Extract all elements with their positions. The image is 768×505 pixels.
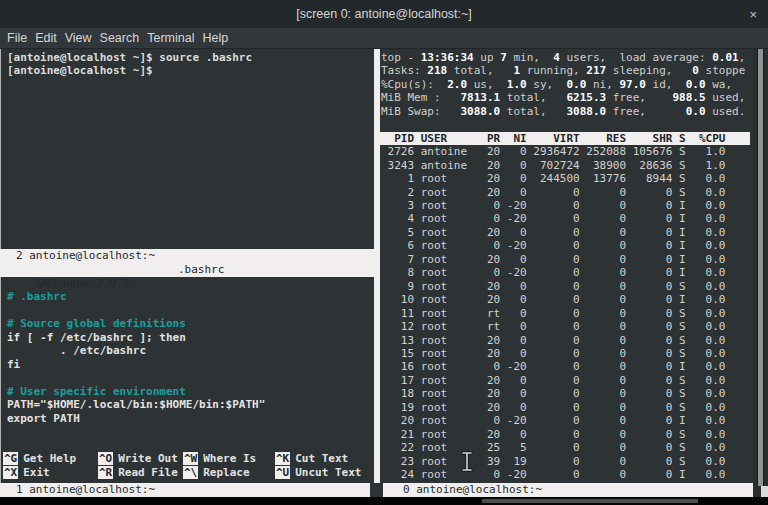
process-row: 4 root 0 -20 0 0 0 I 0.0: [381, 212, 725, 225]
process-row: 2726 antoine 20 0 2936472 252088 105676 …: [381, 145, 725, 158]
editor-line: # Source global definitions: [7, 317, 265, 330]
process-row: 23 root 39 19 0 0 0 S 0.0: [381, 455, 725, 468]
process-row: 8 root 0 -20 0 0 0 I 0.0: [381, 266, 725, 279]
process-row: 16 root 0 -20 0 0 0 I 0.0: [381, 360, 725, 373]
editor-line: [7, 277, 265, 290]
editor-line: export PATH: [7, 412, 265, 425]
nano-shortcut[interactable]: ^XExit: [3, 466, 98, 479]
nano-filename: .bashrc: [178, 263, 224, 277]
screen-caption-window0: 0 antoine@localhost:~: [383, 483, 756, 497]
process-row: 9 root 20 0 0 0 0 S 0.0: [381, 280, 725, 293]
menu-terminal[interactable]: Terminal: [143, 31, 198, 45]
nano-editor-buffer[interactable]: # .bashrc # Source global definitionsif …: [0, 277, 265, 425]
process-row: 5 root 20 0 0 0 0 I 0.0: [381, 226, 725, 239]
shell-line: [antoine@localhost ~]$ source .bashrc: [7, 51, 252, 64]
screen-caption-window2: 2 antoine@localhost:~: [0, 249, 374, 263]
editor-line: # User specific environment: [7, 385, 265, 398]
process-row: 3 root 0 -20 0 0 0 I 0.0: [381, 199, 725, 212]
scrollbar-thumb[interactable]: [757, 49, 764, 486]
process-row: 2 root 20 0 0 0 0 S 0.0: [381, 186, 725, 199]
nano-shortcut[interactable]: ^UUncut Text: [275, 466, 361, 479]
bottom-strip: [0, 497, 768, 505]
process-row: 19 root 20 0 0 0 0 S 0.0: [381, 401, 725, 414]
scrollbar-track[interactable]: [753, 49, 768, 497]
nano-shortcut[interactable]: ^GGet Help: [3, 452, 98, 465]
bash-output: [antoine@localhost ~]$ source .bashrc[an…: [0, 51, 252, 78]
editor-line: fi: [7, 358, 265, 371]
process-row: 1 root 20 0 244500 13776 8944 S 0.0: [381, 172, 725, 185]
nano-shortcut[interactable]: ^RRead File: [98, 466, 183, 479]
process-row: 3243 antoine 20 0 702724 38900 28636 S 1…: [381, 159, 725, 172]
process-row: 13 root 20 0 0 0 0 S 0.0: [381, 334, 725, 347]
close-icon[interactable]: ×: [749, 8, 757, 21]
nano-titlebar: GNU nano 2.9.8 .bashrc: [0, 263, 374, 277]
nano-shortcut-row: ^GGet Help^OWrite Out^WWhere Is^KCut Tex…: [3, 452, 348, 465]
screen-split-divider: [374, 49, 380, 483]
process-row: 22 root 25 5 0 0 0 S 0.0: [381, 441, 725, 454]
process-row: 6 root 0 -20 0 0 0 I 0.0: [381, 239, 725, 252]
menubar: File Edit View Search Terminal Help: [0, 28, 768, 49]
terminal-area[interactable]: [antoine@localhost ~]$ source .bashrc[an…: [0, 49, 768, 497]
menu-file[interactable]: File: [3, 31, 31, 45]
process-row: 17 root 20 0 0 0 0 S 0.0: [381, 374, 725, 387]
menu-search[interactable]: Search: [96, 31, 144, 45]
nano-shortcut[interactable]: ^\Replace: [183, 466, 275, 479]
top-summary-line: top - 13:36:34 up 7 min, 4 users, load a…: [381, 51, 745, 64]
process-row: 12 root rt 0 0 0 0 S 0.0: [381, 320, 725, 333]
nano-shortcut[interactable]: ^KCut Text: [275, 452, 348, 465]
process-row: 7 root 20 0 0 0 0 I 0.0: [381, 253, 725, 266]
menu-help[interactable]: Help: [198, 31, 232, 45]
top-summary-line: MiB Swap: 3088.0 total, 3088.0 free, 0.0…: [381, 105, 745, 118]
top-summary-line: Tasks: 218 total, 1 running, 217 sleepin…: [381, 64, 745, 77]
top-summary: top - 13:36:34 up 7 min, 4 users, load a…: [381, 51, 745, 118]
editor-line: if [ -f /etc/bashrc ]; then: [7, 331, 265, 344]
process-row: 11 root rt 0 0 0 0 S 0.0: [381, 307, 725, 320]
shell-line: [antoine@localhost ~]$: [7, 64, 252, 77]
process-row: 24 root 0 -20 0 0 0 I 0.0: [381, 468, 725, 481]
text-cursor-icon: [461, 451, 473, 472]
nano-shortcut[interactable]: ^OWrite Out: [98, 452, 183, 465]
editor-line: . /etc/bashrc: [7, 344, 265, 357]
nano-shortcut-row: ^XExit^RRead File^\Replace^UUncut Text: [3, 466, 361, 479]
process-row: 10 root 20 0 0 0 0 I 0.0: [381, 293, 725, 306]
process-row: 15 root 20 0 0 0 0 S 0.0: [381, 347, 725, 360]
menu-edit[interactable]: Edit: [31, 31, 61, 45]
process-table-header: PID USER PR NI VIRT RES SHR S %CPU: [378, 132, 750, 145]
screen: { "window": { "title": "[screen 0: antoi…: [0, 0, 768, 505]
process-table-rows: 2726 antoine 20 0 2936472 252088 105676 …: [381, 145, 725, 481]
bottom-strip-segment: [482, 499, 698, 503]
window-title: [screen 0: antoine@localhost:~]: [296, 7, 472, 21]
editor-line: PATH="$HOME/.local/bin:$HOME/bin:$PATH": [7, 398, 265, 411]
nano-shortcut[interactable]: ^WWhere Is: [183, 452, 275, 465]
process-row: 21 root 20 0 0 0 0 S 0.0: [381, 428, 725, 441]
menu-view[interactable]: View: [61, 31, 96, 45]
editor-line: [7, 371, 265, 384]
process-row: 18 root 20 0 0 0 0 S 0.0: [381, 387, 725, 400]
top-summary-line: MiB Mem : 7813.1 total, 6215.3 free, 988…: [381, 91, 745, 104]
editor-line: [7, 304, 265, 317]
screen-caption-window1: 1 antoine@localhost:~: [0, 483, 370, 497]
editor-line: # .bashrc: [7, 290, 265, 303]
process-row: 20 root 0 -20 0 0 0 I 0.0: [381, 414, 725, 427]
top-summary-line: %Cpu(s): 2.0 us, 1.0 sy, 0.0 ni, 97.0 id…: [381, 78, 745, 91]
titlebar[interactable]: [screen 0: antoine@localhost:~] ×: [0, 0, 768, 28]
scrollbar-corner: [761, 486, 768, 497]
